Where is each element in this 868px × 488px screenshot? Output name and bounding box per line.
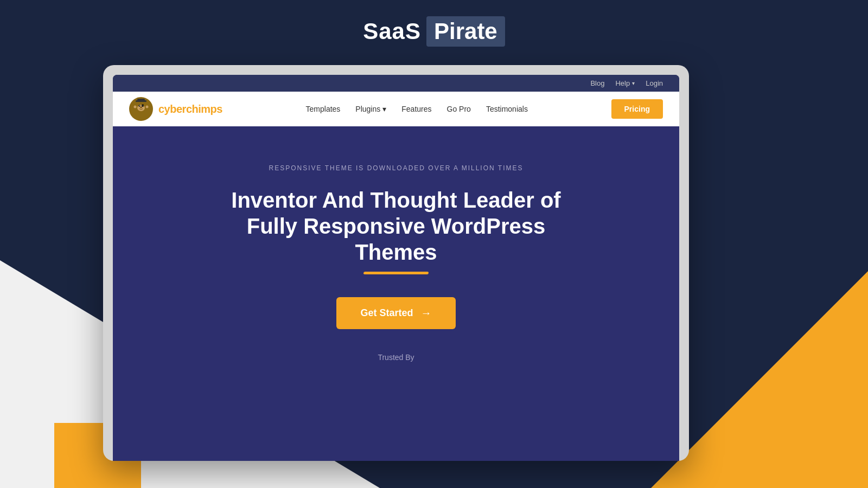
nav-logo: cyberchimps xyxy=(129,97,222,121)
svg-rect-13 xyxy=(137,99,145,101)
title-pirate: Pirate xyxy=(434,18,497,44)
laptop-wrapper: Blog Help ▾ Login xyxy=(103,65,835,483)
nav-link-plugins[interactable]: Plugins ▾ xyxy=(355,105,386,113)
nav-link-gopro[interactable]: Go Pro xyxy=(447,105,471,113)
laptop-outer: Blog Help ▾ Login xyxy=(103,65,689,461)
website-nav: cyberchimps Templates Plugins ▾ Features… xyxy=(113,92,679,126)
svg-point-3 xyxy=(138,105,141,107)
cta-arrow-icon: → xyxy=(421,307,432,319)
laptop-screen: Blog Help ▾ Login xyxy=(113,75,679,461)
title-pirate-wrapper: Pirate xyxy=(426,16,505,47)
chevron-down-icon: ▾ xyxy=(632,80,635,86)
svg-point-14 xyxy=(142,105,144,107)
nav-item-templates[interactable]: Templates xyxy=(306,104,341,114)
nav-link-templates[interactable]: Templates xyxy=(306,105,341,113)
logo-chimps: chimps xyxy=(186,103,222,115)
nav-item-features[interactable]: Features xyxy=(401,104,431,114)
plugins-chevron-icon: ▾ xyxy=(382,105,386,113)
topbar-help-link[interactable]: Help ▾ xyxy=(615,79,635,87)
logo-cyber: cyber xyxy=(158,103,186,115)
svg-point-11 xyxy=(146,106,149,108)
title-saas: SaaS xyxy=(363,18,421,44)
monkey-icon xyxy=(130,98,152,120)
logo-icon xyxy=(129,97,153,121)
page-title-area: SaaS Pirate xyxy=(0,16,868,47)
trusted-by-label: Trusted By xyxy=(378,353,414,362)
website-top-bar: Blog Help ▾ Login xyxy=(113,75,679,92)
website-hero: RESPONSIVE THEME IS DOWNLOADED OVER A MI… xyxy=(113,126,679,389)
svg-point-5 xyxy=(139,105,140,106)
nav-item-gopro[interactable]: Go Pro xyxy=(447,104,471,114)
logo-text: cyberchimps xyxy=(158,103,222,115)
topbar-help-label: Help xyxy=(615,79,630,87)
nav-link-testimonials[interactable]: Testimonials xyxy=(486,105,528,113)
topbar-login-link[interactable]: Login xyxy=(646,79,663,87)
nav-item-plugins[interactable]: Plugins ▾ xyxy=(355,105,386,113)
svg-point-7 xyxy=(140,107,142,108)
hero-subtitle: RESPONSIVE THEME IS DOWNLOADED OVER A MI… xyxy=(269,164,524,172)
pricing-button[interactable]: Pricing xyxy=(611,99,663,119)
hero-title: Inventor And Thought Leader of Fully Res… xyxy=(212,187,580,265)
cta-label: Get Started xyxy=(360,307,413,319)
hero-underline xyxy=(363,272,429,274)
nav-item-testimonials[interactable]: Testimonials xyxy=(486,104,528,114)
svg-point-9 xyxy=(134,106,137,108)
topbar-blog-link[interactable]: Blog xyxy=(590,79,604,87)
nav-link-features[interactable]: Features xyxy=(401,105,431,113)
nav-links: Templates Plugins ▾ Features Go Pro Test… xyxy=(306,104,528,114)
get-started-button[interactable]: Get Started → xyxy=(336,297,455,329)
